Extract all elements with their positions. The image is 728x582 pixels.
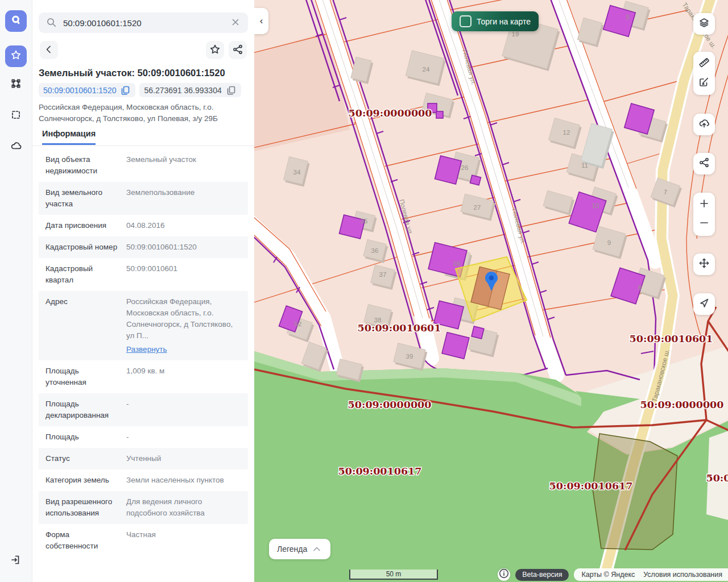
icon-rail [0, 0, 32, 582]
row-value: Землепользование [126, 187, 241, 210]
map-canvas[interactable]: 241953412117262735363728383952910829 Пол… [254, 0, 728, 582]
row-value: 50:09:0010601 [126, 263, 241, 286]
quarter-label: 50:09:0000000 [640, 399, 724, 410]
parcel-number: 19 [512, 31, 519, 38]
upload-icon [698, 118, 710, 131]
parcel-number: 37 [379, 271, 387, 278]
draw-button[interactable] [698, 76, 710, 90]
sidebar-item-select-area[interactable] [5, 105, 27, 127]
building-registered[interactable] [471, 326, 484, 339]
torgi-toggle-button[interactable]: Торги на карте [452, 11, 539, 31]
tab-bar: Информация [32, 127, 254, 146]
row-value: Российская Федерация, Московская область… [126, 296, 241, 355]
cadastral-map: 241953412117262735363728383952910829 Пол… [254, 0, 728, 582]
ruler-button[interactable] [698, 57, 710, 70]
move-icon [698, 257, 710, 271]
zoom-in-button[interactable] [698, 198, 710, 211]
quarter-label: 50:09:0000000 [349, 107, 432, 119]
row-label: Форма собственности [46, 529, 118, 552]
upload-button[interactable] [693, 114, 715, 135]
attribution-bar: Beta-версия Карты © Яндекс Условия испол… [498, 568, 728, 581]
table-row: АдресРоссийская Федерация, Московская об… [39, 291, 248, 360]
sidebar-item-polygon-tool[interactable] [5, 74, 27, 95]
row-label: Вид земельного участка [46, 187, 118, 210]
table-row: Форма собственностиЧастная [39, 524, 248, 557]
row-label: Адрес [46, 296, 118, 355]
olive-parcel[interactable] [593, 434, 677, 550]
back-button[interactable] [40, 41, 58, 59]
sidebar-item-favorites[interactable] [5, 45, 27, 67]
copy-icon[interactable] [119, 85, 131, 96]
coordinates-chip[interactable]: 56.273691 36.993304 [139, 83, 241, 97]
sidebar-item-cloud[interactable] [5, 136, 27, 158]
parcel-number: 26 [461, 164, 469, 171]
measure-group [693, 52, 715, 95]
scale-bar: 50 m [349, 569, 438, 580]
cadastral-number-chip[interactable]: 50:09:0010601:1520 [39, 83, 135, 97]
parcel-number: 12 [563, 129, 570, 136]
info-icon[interactable] [498, 568, 510, 581]
chevron-up-icon [311, 543, 322, 555]
layers-button[interactable] [693, 13, 715, 35]
parcel-number: 35 [361, 218, 368, 225]
move-button[interactable] [693, 253, 715, 275]
star-icon [10, 49, 22, 63]
row-value: Земли населенных пунктов [126, 475, 241, 486]
row-value: 1,009 кв. м [126, 365, 241, 388]
table-row: СтатусУчтенный [39, 448, 248, 469]
table-row: Кадастровый номер50:09:0010601:1520 [39, 236, 248, 258]
building-registered[interactable] [436, 111, 443, 118]
logo-icon [10, 14, 22, 28]
table-row: Площадь уточненная1,009 кв. м [39, 360, 248, 393]
share-icon [698, 157, 710, 171]
table-row: Площадь- [39, 426, 248, 448]
share-icon [232, 44, 243, 57]
parcel-number: 8 [638, 284, 642, 291]
row-label: Дата присвоения [46, 220, 118, 231]
tab-information[interactable]: Информация [42, 129, 96, 145]
parcel-number: 27 [474, 204, 481, 211]
app-logo-icon[interactable] [5, 10, 27, 32]
parcel-number: 10 [592, 202, 599, 209]
quarter-label: 50:0 [706, 472, 728, 484]
quarter-label: 50:09:0010601 [630, 333, 713, 344]
row-label: Статус [46, 453, 118, 464]
torgi-checkbox[interactable] [460, 15, 471, 27]
zoom-group [693, 193, 715, 236]
map-credits[interactable]: Карты © Яндекс [581, 571, 635, 579]
object-panel: Земельный участок: 50:09:0010601:1520 50… [32, 0, 254, 582]
search-icon [46, 16, 57, 30]
zoom-out-button[interactable] [698, 217, 710, 231]
login-button[interactable] [5, 550, 27, 572]
collapse-panel-button[interactable]: ‹ [254, 8, 268, 34]
parcel-number: 24 [423, 66, 430, 73]
row-value: 04.08.2016 [126, 220, 241, 231]
legend-button[interactable]: Легенда [269, 539, 330, 559]
table-row: Площадь декларированная- [39, 393, 248, 426]
share-button[interactable] [229, 41, 247, 59]
favorite-button[interactable] [206, 41, 224, 59]
info-table: Вид объекта недвижимостиЗемельный участо… [39, 149, 248, 557]
expand-link[interactable]: Развернуть [126, 344, 167, 355]
copy-icon[interactable] [225, 85, 237, 96]
search-input[interactable] [62, 18, 225, 28]
row-value: 50:09:0010601:1520 [126, 242, 241, 253]
parcel-number: 28 [453, 260, 461, 267]
locate-button[interactable] [693, 293, 715, 315]
parcel-number: 9 [607, 239, 611, 246]
parcel-number: 7 [664, 189, 667, 196]
terms-link[interactable]: Условия использования [643, 571, 722, 579]
polygon-icon [10, 78, 22, 92]
row-value: Для ведения личного подсобного хозяйства [126, 496, 241, 519]
info-icon [498, 568, 510, 581]
close-icon[interactable] [230, 16, 241, 30]
share-map-button[interactable] [693, 153, 715, 174]
table-row: Вид земельного участкаЗемлепользование [39, 182, 248, 215]
search-bar [39, 13, 248, 33]
quarter-label: 50:09:0010617 [549, 480, 633, 492]
locate-icon [698, 297, 710, 311]
table-row: Дата присвоения04.08.2016 [39, 215, 248, 236]
building-registered[interactable] [470, 175, 481, 185]
table-row: Кадастровый квартал50:09:0010601 [39, 258, 248, 291]
row-label: Категория земель [46, 475, 118, 486]
